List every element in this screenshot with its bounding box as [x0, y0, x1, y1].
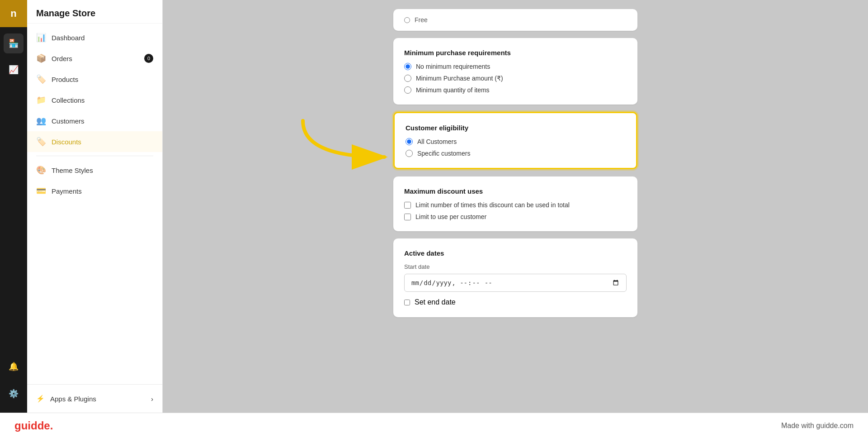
- guidde-logo: guidde.: [14, 419, 53, 432]
- free-label: Free: [415, 16, 428, 24]
- sidebar-item-dashboard[interactable]: 📊 Dashboard: [27, 27, 162, 48]
- sidebar-divider: [36, 156, 153, 156]
- customer-eligibility-title: Customer eligibility: [406, 124, 625, 132]
- sidebar-item-label: Customers: [52, 117, 85, 125]
- customer-eligibility-card: Customer eligibility All Customers Speci…: [393, 112, 637, 169]
- customer-eligibility-options: All Customers Specific customers: [406, 138, 625, 157]
- min-amount-radio[interactable]: [404, 75, 411, 82]
- min-qty-label: Minimum quantity of items: [416, 86, 490, 94]
- content-area: Free Minimum purchase requirements No mi…: [163, 0, 868, 413]
- icon-bar: n 🏪 📈 🔔 ⚙️: [0, 0, 27, 413]
- sidebar-item-collections[interactable]: 📁 Collections: [27, 90, 162, 110]
- sidebar-item-label: Dashboard: [52, 34, 85, 42]
- orders-icon: 📦: [36, 53, 46, 63]
- orders-badge: 0: [144, 54, 153, 63]
- sidebar-item-orders[interactable]: 📦 Orders 0: [27, 48, 162, 69]
- free-option-card: Free: [393, 9, 637, 31]
- sidebar-item-customers[interactable]: 👥 Customers: [27, 110, 162, 131]
- sidebar-item-payments[interactable]: 💳 Payments: [27, 181, 162, 201]
- active-dates-card: Active dates Start date Set end date: [393, 238, 637, 317]
- all-customers-radio[interactable]: [406, 138, 413, 145]
- maximum-discount-title: Maximum discount uses: [404, 187, 627, 195]
- logo-text: n: [10, 8, 16, 19]
- free-radio[interactable]: [404, 17, 410, 23]
- all-customers-option[interactable]: All Customers: [406, 138, 625, 145]
- min-amount-option[interactable]: Minimum Purchase amount (₹): [404, 75, 627, 82]
- set-end-date-checkbox[interactable]: [404, 300, 410, 305]
- sidebar-item-label: Payments: [52, 187, 82, 195]
- sidebar: Manage Store 📊 Dashboard 📦 Orders 0 🏷️ P…: [27, 0, 163, 413]
- minimum-purchase-options: No minimum requirements Minimum Purchase…: [404, 63, 627, 94]
- sidebar-item-label: Collections: [52, 96, 85, 104]
- dashboard-icon: 📊: [36, 33, 46, 43]
- theme-icon: 🎨: [36, 165, 46, 175]
- collections-icon: 📁: [36, 95, 46, 105]
- limit-per-customer-label: Limit to use per customer: [415, 213, 486, 220]
- start-date-label: Start date: [404, 263, 627, 270]
- sidebar-item-discounts[interactable]: 🏷️ Discounts: [27, 131, 162, 152]
- no-min-option[interactable]: No minimum requirements: [404, 63, 627, 70]
- chevron-right-icon: ›: [151, 395, 153, 403]
- sidebar-item-label: Apps & Plugins: [50, 395, 96, 403]
- min-qty-option[interactable]: Minimum quantity of items: [404, 86, 627, 94]
- icon-bar-analytics[interactable]: 📈: [4, 60, 24, 80]
- sidebar-item-label: Orders: [52, 55, 72, 62]
- icon-bar-store[interactable]: 🏪: [4, 33, 24, 53]
- no-min-radio[interactable]: [404, 63, 411, 70]
- limit-total-checkbox[interactable]: [404, 202, 411, 209]
- sidebar-item-theme-styles[interactable]: 🎨 Theme Styles: [27, 160, 162, 181]
- no-min-label: No minimum requirements: [416, 63, 490, 70]
- products-icon: 🏷️: [36, 74, 46, 84]
- active-dates-title: Active dates: [404, 249, 627, 257]
- min-amount-label: Minimum Purchase amount (₹): [416, 75, 503, 82]
- limit-total-label: Limit number of times this discount can …: [415, 201, 570, 209]
- icon-bar-settings[interactable]: ⚙️: [4, 384, 24, 404]
- minimum-purchase-card: Minimum purchase requirements No minimum…: [393, 38, 637, 105]
- arrow-annotation: [294, 112, 398, 184]
- sidebar-bottom: ⚡ Apps & Plugins ›: [27, 384, 162, 413]
- specific-customers-label: Specific customers: [417, 150, 470, 157]
- specific-customers-option[interactable]: Specific customers: [406, 150, 625, 157]
- sidebar-item-products[interactable]: 🏷️ Products: [27, 69, 162, 90]
- limit-per-customer-checkbox[interactable]: [404, 214, 411, 220]
- sidebar-item-apps-plugins[interactable]: ⚡ Apps & Plugins ›: [27, 390, 162, 407]
- footer: guidde. Made with guidde.com: [0, 413, 868, 438]
- limit-per-customer-option[interactable]: Limit to use per customer: [404, 213, 627, 220]
- maximum-discount-options: Limit number of times this discount can …: [404, 201, 627, 220]
- discounts-icon: 🏷️: [36, 137, 46, 147]
- customers-icon: 👥: [36, 116, 46, 126]
- all-customers-label: All Customers: [417, 138, 457, 145]
- start-date-input[interactable]: [404, 274, 627, 292]
- payments-icon: 💳: [36, 186, 46, 196]
- sidebar-item-label: Products: [52, 76, 78, 83]
- apps-icon: ⚡: [36, 395, 45, 403]
- sidebar-title: Manage Store: [27, 0, 162, 24]
- customer-eligibility-container: Customer eligibility All Customers Speci…: [393, 112, 637, 176]
- sidebar-item-label: Discounts: [52, 138, 81, 146]
- made-with-text: Made with guidde.com: [781, 422, 854, 430]
- sidebar-item-label: Theme Styles: [52, 167, 93, 174]
- maximum-discount-card: Maximum discount uses Limit number of ti…: [393, 176, 637, 231]
- minimum-purchase-title: Minimum purchase requirements: [404, 49, 627, 57]
- specific-customers-radio[interactable]: [406, 150, 413, 157]
- limit-total-option[interactable]: Limit number of times this discount can …: [404, 201, 627, 209]
- app-logo[interactable]: n: [0, 0, 27, 27]
- min-qty-radio[interactable]: [404, 86, 411, 94]
- guidde-logo-text: guidde.: [14, 419, 53, 432]
- sidebar-nav: 📊 Dashboard 📦 Orders 0 🏷️ Products 📁 Col…: [27, 24, 162, 384]
- icon-bar-notifications[interactable]: 🔔: [4, 357, 24, 376]
- set-end-date-label: Set end date: [415, 298, 456, 306]
